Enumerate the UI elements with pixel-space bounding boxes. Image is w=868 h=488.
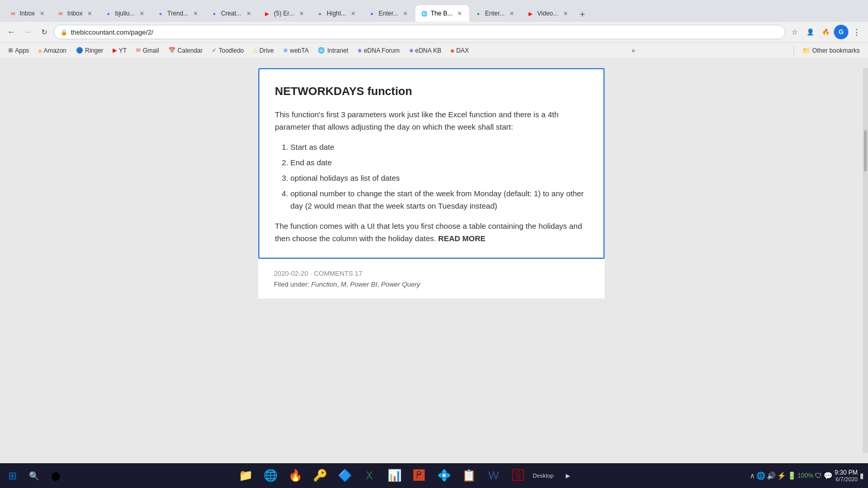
taskbar-file-explorer[interactable]: 📁 — [234, 464, 257, 487]
tab-biccountant[interactable]: 🌐 The B... ✕ — [415, 5, 469, 22]
back-button[interactable]: ← — [4, 25, 19, 39]
powerpoint-icon: 🅿 — [413, 469, 425, 482]
word-icon: W — [488, 469, 499, 482]
bookmark-edna-kb-label: eDNA KB — [415, 47, 442, 54]
reload-button[interactable]: ↻ — [37, 25, 52, 39]
desktop-label: Desktop — [533, 473, 553, 479]
tab-close-2[interactable]: ✕ — [86, 9, 94, 18]
chrome-icon: 🌐 — [264, 469, 277, 482]
category-power-query[interactable]: Power Query — [381, 280, 420, 288]
taskbar-overflow[interactable]: ▶ — [556, 464, 579, 487]
read-more-link[interactable]: READ MORE — [438, 234, 486, 243]
taskbar-chrome[interactable]: 🌐 — [259, 464, 282, 487]
tray-battery-icon[interactable]: 🔋 — [787, 471, 796, 480]
other-bookmarks[interactable]: 📁 Other bookmarks — [798, 46, 864, 55]
tab-close-11[interactable]: ✕ — [561, 9, 569, 18]
taskbar-shortcut-green[interactable]: 📊 — [383, 464, 406, 487]
post-date: 2020-02-20 · COMMENTS 17 — [274, 270, 589, 277]
bookmark-intranet[interactable]: 🌐 Intranet — [314, 46, 352, 55]
taskbar-word[interactable]: W — [482, 464, 505, 487]
category-m[interactable]: M — [340, 280, 346, 288]
taskbar-app-red[interactable]: 🅂 — [507, 464, 530, 487]
list-item-2: End as date — [290, 156, 588, 169]
tab-label-7: Highl... — [327, 10, 346, 17]
tab-close-9[interactable]: ✕ — [456, 9, 464, 18]
tab-11[interactable]: ▶ Video... ✕ — [522, 5, 575, 22]
category-power-bi[interactable]: Power BI — [350, 280, 378, 288]
tab-close-7[interactable]: ✕ — [349, 9, 358, 18]
bookmark-toodledo[interactable]: ✔ Toodledo — [208, 46, 248, 55]
extension-btn-2[interactable]: 🔥 — [818, 25, 833, 39]
gmail-favicon-1: ✉ — [9, 10, 17, 17]
extension-btn-1[interactable]: 👤 — [803, 25, 817, 39]
taskbar-hotspot[interactable]: 🔥 — [284, 464, 306, 487]
tab-7[interactable]: ● Highl... ✕ — [311, 5, 362, 22]
taskbar-excel[interactable]: Ⅹ — [358, 464, 381, 487]
bookmark-gmail-label: Gmail — [143, 47, 159, 54]
filed-label: Filed under: — [274, 280, 309, 288]
scrollbar[interactable] — [863, 68, 868, 453]
tab-10[interactable]: ● Enter... ✕ — [470, 5, 521, 22]
taskbar-powerpoint[interactable]: 🅿 — [408, 464, 430, 487]
bookmark-star-button[interactable]: ☆ — [787, 25, 802, 39]
bookmark-intranet-label: Intranet — [327, 47, 348, 54]
menu-button[interactable]: ⋮ — [849, 25, 864, 39]
tab-gmail-1[interactable]: ✉ Inbox ✕ — [4, 5, 51, 22]
bookmark-edna-forum[interactable]: ◈ eDNA Forum — [353, 46, 404, 55]
bookmark-gmail[interactable]: ✉ Gmail — [132, 46, 163, 55]
show-desktop-button[interactable]: ▮ — [860, 471, 864, 480]
keepass-icon: 🔑 — [313, 469, 327, 482]
bookmark-apps[interactable]: ⊞ Apps — [4, 46, 33, 55]
category-function[interactable]: Function — [311, 280, 337, 288]
bookmark-calendar[interactable]: 📅 Calendar — [164, 46, 207, 55]
tab-close-10[interactable]: ✕ — [508, 9, 516, 18]
bookmark-ringer[interactable]: 🔵 Ringer — [72, 46, 107, 55]
bookmark-yt[interactable]: ▶ YT — [109, 46, 131, 55]
tray-network-icon[interactable]: 🌐 — [756, 471, 765, 480]
search-button[interactable]: 🔍 — [24, 465, 44, 486]
list-item-3: optional holidays as list of dates — [290, 172, 588, 184]
address-bar[interactable]: 🔒 thebiccountant.com/page/2/ — [54, 25, 785, 39]
bookmark-webta[interactable]: ⊕ webTA — [279, 46, 313, 55]
forward-button[interactable]: → — [21, 25, 35, 39]
scroll-thumb[interactable] — [864, 130, 867, 171]
taskbar-desktop[interactable]: Desktop — [532, 464, 554, 487]
tray-msg-icon[interactable]: 💬 — [824, 471, 832, 480]
tab-close-4[interactable]: ✕ — [192, 9, 200, 18]
new-tab-button[interactable]: + — [575, 7, 590, 22]
start-button[interactable]: ⊞ — [2, 465, 23, 486]
bookmarks-overflow-button[interactable]: » — [628, 46, 638, 55]
tab-6[interactable]: ▶ (5) Er... ✕ — [258, 5, 311, 22]
tray-power-icon[interactable]: ⚡ — [777, 471, 786, 480]
bookmark-dax[interactable]: ■ DAX — [446, 46, 473, 55]
page-content: NETWORKDAYS function This function's fir… — [0, 58, 868, 463]
bookmark-drive[interactable]: △ Drive — [249, 46, 278, 55]
tab-close-1[interactable]: ✕ — [38, 9, 46, 18]
bookmark-edna-kb[interactable]: ◈ eDNA KB — [405, 46, 446, 55]
edna-forum-icon: ◈ — [358, 47, 362, 54]
tray-up-arrow-icon[interactable]: ∧ — [750, 471, 755, 480]
bookmark-drive-label: Drive — [259, 47, 274, 54]
navigation-toolbar: ← → ↻ 🔒 thebiccountant.com/page/2/ ☆ 👤 🔥… — [0, 22, 868, 42]
tab-close-5[interactable]: ✕ — [244, 9, 253, 18]
tab-8[interactable]: ● Enter... ✕ — [363, 5, 415, 22]
system-clock[interactable]: 9:30 PM 6/7/2020 — [834, 469, 858, 482]
taskbar-keepass[interactable]: 🔑 — [308, 464, 331, 487]
tab-close-3[interactable]: ✕ — [138, 9, 146, 18]
taskbar-clipboard[interactable]: 📋 — [457, 464, 480, 487]
tray-volume-icon[interactable]: 🔊 — [767, 471, 776, 480]
cortana-button[interactable]: ⬤ — [45, 465, 66, 486]
taskbar-vs[interactable]: 💠 — [432, 464, 455, 487]
profile-button[interactable]: G — [834, 25, 848, 39]
tray-security-icon[interactable]: 🛡 — [815, 471, 822, 480]
tab-4[interactable]: ● Trend... ✕ — [152, 5, 205, 22]
taskbar-skype[interactable]: 🔷 — [333, 464, 356, 487]
tab-3[interactable]: ● bjuliu... ✕ — [100, 5, 151, 22]
toolbar-right-actions: ☆ 👤 🔥 G ⋮ — [787, 25, 864, 39]
tab-5[interactable]: ● Creat... ✕ — [206, 5, 258, 22]
tab-close-8[interactable]: ✕ — [401, 9, 410, 18]
tab-favicon-3: ● — [105, 10, 112, 17]
tab-close-6[interactable]: ✕ — [297, 9, 305, 18]
bookmark-amazon[interactable]: a Amazon — [34, 46, 70, 55]
tab-gmail-2[interactable]: ✉ Inbox ✕ — [52, 5, 99, 22]
